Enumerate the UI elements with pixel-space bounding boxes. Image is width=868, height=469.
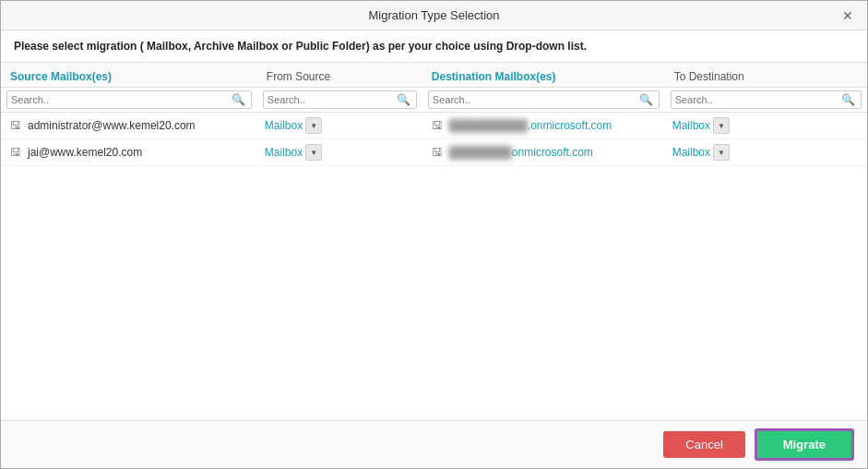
dest-email-0: ██████████.onmicrosoft.com: [449, 119, 612, 132]
dest-mailbox-0: 🖫 ██████████.onmicrosoft.com: [422, 113, 665, 139]
dest-email-1: ████████onmicrosoft.com: [449, 146, 593, 159]
dialog-title: Migration Type Selection: [29, 8, 839, 22]
dest-search-box[interactable]: 🔍: [428, 90, 660, 109]
mailbox-icon-1: 🖫: [8, 145, 23, 160]
source-column-header: Source Mailbox(es): [1, 63, 257, 88]
from-type-link-0[interactable]: Mailbox: [265, 119, 303, 132]
dest-mailbox-1: 🖫 ████████onmicrosoft.com: [422, 139, 665, 166]
column-headers: Source Mailbox(es) From Source Destinati…: [1, 63, 867, 88]
source-search-box[interactable]: 🔍: [6, 90, 252, 109]
dest-column-header: Destination Mailbox(es): [422, 63, 665, 88]
to-search-cell: 🔍: [665, 88, 867, 113]
instruction-text: Please select migration ( Mailbox, Archi…: [1, 30, 867, 63]
to-type-link-0[interactable]: Mailbox: [672, 119, 710, 132]
from-type-link-1[interactable]: Mailbox: [265, 146, 303, 159]
table-row: 🖫 jai@www.kemel20.com Mailbox ▼ 🖫 ██████…: [1, 139, 867, 166]
dest-search-cell: 🔍: [422, 88, 665, 113]
from-column-header: From Source: [257, 63, 422, 88]
dest-mailbox-icon-1: 🖫: [430, 145, 445, 160]
to-dropdown-arrow-1[interactable]: ▼: [713, 144, 730, 161]
from-search-icon[interactable]: 🔍: [395, 93, 412, 106]
footer: Cancel Migrate: [1, 420, 867, 468]
to-type-1: Mailbox ▼: [665, 139, 867, 166]
from-type-0: Mailbox ▼: [257, 113, 422, 139]
dest-search-icon[interactable]: 🔍: [637, 93, 655, 106]
from-search-cell: 🔍: [257, 88, 422, 113]
close-button[interactable]: ✕: [839, 7, 856, 24]
to-type-0: Mailbox ▼: [665, 113, 867, 139]
dest-search-input[interactable]: [433, 94, 637, 105]
from-search-input[interactable]: [268, 94, 395, 105]
to-search-icon[interactable]: 🔍: [839, 93, 857, 106]
migration-dialog: Migration Type Selection ✕ Please select…: [0, 0, 868, 469]
dest-mailbox-icon-0: 🖫: [430, 118, 445, 133]
migrate-button[interactable]: Migrate: [755, 428, 854, 461]
source-mailbox-0: 🖫 administrator@www.kemel20.com: [1, 113, 257, 139]
source-search-icon[interactable]: 🔍: [230, 93, 247, 106]
source-search-input[interactable]: [11, 94, 230, 105]
to-search-input[interactable]: [675, 94, 839, 105]
to-dropdown-arrow-0[interactable]: ▼: [713, 117, 730, 134]
source-mailbox-1: 🖫 jai@www.kemel20.com: [1, 139, 257, 166]
to-search-box[interactable]: 🔍: [671, 90, 862, 109]
from-type-1: Mailbox ▼: [257, 139, 422, 166]
source-email-1: jai@www.kemel20.com: [28, 146, 142, 159]
mailbox-icon-0: 🖫: [8, 118, 23, 133]
mailbox-table: Source Mailbox(es) From Source Destinati…: [1, 63, 867, 166]
title-bar: Migration Type Selection ✕: [1, 1, 867, 30]
table-row: 🖫 administrator@www.kemel20.com Mailbox …: [1, 113, 867, 139]
source-email-0: administrator@www.kemel20.com: [28, 119, 196, 132]
from-dropdown-arrow-0[interactable]: ▼: [305, 117, 322, 134]
to-type-link-1[interactable]: Mailbox: [672, 146, 710, 159]
from-dropdown-arrow-1[interactable]: ▼: [305, 144, 322, 161]
to-column-header: To Destination: [665, 63, 867, 88]
cancel-button[interactable]: Cancel: [663, 431, 744, 458]
source-search-cell: 🔍: [1, 88, 257, 113]
mailbox-table-container: Source Mailbox(es) From Source Destinati…: [1, 63, 867, 420]
table-body: 🖫 administrator@www.kemel20.com Mailbox …: [1, 113, 867, 166]
from-search-box[interactable]: 🔍: [263, 90, 417, 109]
search-row: 🔍 🔍 🔍: [1, 88, 867, 113]
